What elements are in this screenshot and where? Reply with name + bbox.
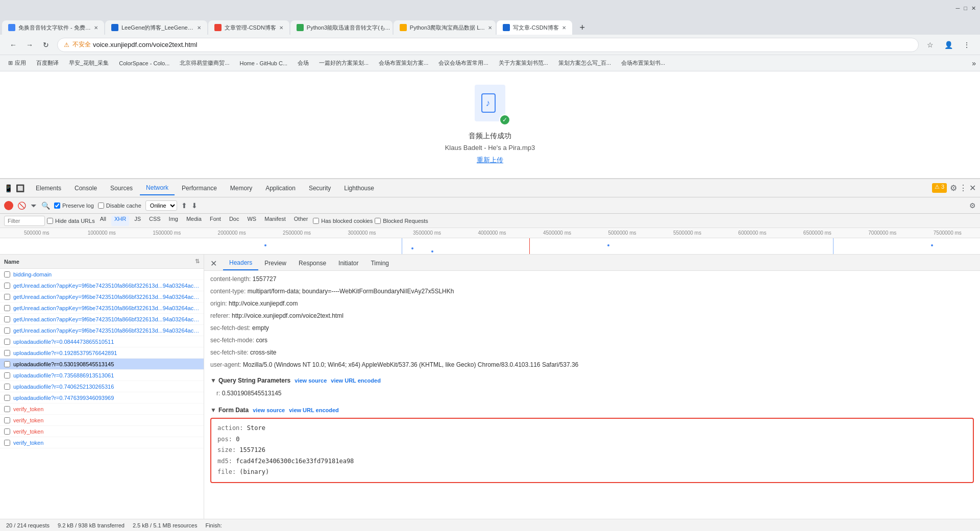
bookmark-more[interactable]: » [972,59,976,67]
hide-data-urls-label[interactable]: Hide data URLs [47,218,95,224]
bookmark-github[interactable]: Home - GitHub C... [235,57,291,69]
request-item-7[interactable]: uploadaudiofile?r=0.0844473865510511 [0,336,204,347]
req-checkbox-7[interactable] [4,339,10,345]
bookmark-beijing[interactable]: 北京得易堂徽商贸... [176,57,233,69]
disable-cache-checkbox[interactable] [98,203,104,209]
bookmark-baidu[interactable]: 百度翻译 [32,57,63,69]
detail-tab-initiator[interactable]: Initiator [332,256,364,270]
devtools-close-icon[interactable]: ✕ [969,183,976,193]
bookmark-apps[interactable]: ⊞应用 [4,57,30,69]
maximize-button[interactable]: □ [964,5,967,12]
hide-data-urls-checkbox[interactable] [47,218,53,224]
req-checkbox-5[interactable] [4,316,10,322]
query-string-header[interactable]: ▼ Query String Parameters view source vi… [210,375,974,386]
req-checkbox-9[interactable] [4,361,10,367]
tab-performance[interactable]: Performance [176,181,223,195]
req-checkbox-13[interactable] [4,406,10,412]
reload-button[interactable]: ↻ [39,38,53,52]
has-blocked-cookies-checkbox[interactable] [313,218,319,224]
req-checkbox-12[interactable] [4,395,10,401]
bookmark-plan1[interactable]: 一篇好的方案策划... [315,57,373,69]
tab-sources[interactable]: Sources [104,181,139,195]
devtools-gear-icon[interactable]: ⚙ [950,183,957,193]
tab-5[interactable]: Python3爬取淘宝商品数据 L... ✕ [394,20,496,35]
tab-memory[interactable]: Memory [224,181,258,195]
filter-xhr[interactable]: XHR [111,216,129,226]
detail-close-button[interactable]: ✕ [208,257,219,270]
request-item-15[interactable]: verify_token [0,426,204,437]
tab-close-6[interactable]: ✕ [562,25,566,31]
filter-input[interactable] [4,216,45,226]
tab-application[interactable]: Application [259,181,302,195]
bookmark-star[interactable]: ☆ [923,38,937,52]
inspect-icon[interactable]: 🔲 [16,184,24,192]
filter-other[interactable]: Other [291,216,311,226]
req-checkbox-3[interactable] [4,294,10,300]
detail-tab-timing[interactable]: Timing [364,256,395,270]
has-blocked-cookies-label[interactable]: Has blocked cookies [313,218,373,224]
filter-font[interactable]: Font [207,216,224,226]
request-item-10[interactable]: uploadaudiofile?r=0.7356886913513061 [0,370,204,381]
tab-close-1[interactable]: ✕ [94,25,98,31]
blocked-requests-label[interactable]: Blocked Requests [375,218,428,224]
tab-2[interactable]: LeeGene的博客_LeeGene_CSC... ✕ [105,20,207,35]
bookmark-plan2[interactable]: 会场布置策划方案... [375,57,432,69]
bookmark-plan4[interactable]: 关于方案策划书范... [495,57,552,69]
tab-4[interactable]: Python3能取迅速音音转文字(も... ✕ [290,20,393,35]
resize-handle[interactable]: ⇅ [195,258,200,265]
disable-cache-label[interactable]: Disable cache [98,203,141,209]
tab-lighthouse[interactable]: Lighthouse [338,181,380,195]
req-checkbox-14[interactable] [4,417,10,423]
filter-js[interactable]: JS [131,216,144,226]
form-view-source[interactable]: view source [253,407,285,413]
record-button[interactable] [4,201,13,210]
detail-tab-preview[interactable]: Preview [258,256,292,270]
request-item-3[interactable]: getUnread.action?appKey=9f6be7423510fa86… [0,291,204,302]
filter-img[interactable]: Img [166,216,181,226]
filter-all[interactable]: All [97,216,109,226]
request-item-11[interactable]: uploadaudiofile?r=0.7406252130265316 [0,381,204,392]
bookmark-zaoan[interactable]: 早安_花朝_采集 [65,57,113,69]
menu-button[interactable]: ⋮ [960,38,974,52]
tab-1[interactable]: 免换音音转文字软件 - 免费在线... ✕ [2,20,104,35]
url-bar[interactable]: ⚠ 不安全 voice.xunjiepdf.com/voice2text.htm… [57,38,919,52]
req-checkbox-11[interactable] [4,384,10,390]
settings-icon[interactable]: ⚙ [969,201,976,210]
back-button[interactable]: ← [6,38,20,52]
req-checkbox-16[interactable] [4,440,10,446]
bookmark-colorspace[interactable]: ColorSpace - Colo... [115,57,174,69]
tab-close-3[interactable]: ✕ [279,25,283,31]
preserve-log-label[interactable]: Preserve log [54,203,94,209]
filter-media[interactable]: Media [183,216,205,226]
tab-elements[interactable]: Elements [30,181,67,195]
filter-ws[interactable]: WS [244,216,259,226]
tab-3[interactable]: 文章管理-CSDN博客 ✕ [208,20,289,35]
query-view-url-encoded[interactable]: view URL encoded [331,377,381,384]
request-item-5[interactable]: getUnread.action?appKey=9f6be7423510fa86… [0,314,204,325]
request-item-8[interactable]: uploadaudiofile?r=0.19285379576642891 [0,347,204,359]
throttle-select[interactable]: Online [145,200,177,211]
request-item-6[interactable]: getUnread.action?appKey=9f6be7423510fa86… [0,325,204,336]
reupload-link[interactable]: 重新上传 [477,156,503,165]
search-icon[interactable]: 🔍 [41,201,50,210]
tab-security[interactable]: Security [303,181,337,195]
profile-button[interactable]: 👤 [941,38,955,52]
tab-close-5[interactable]: ✕ [488,25,492,31]
tab-console[interactable]: Console [68,181,103,195]
req-checkbox-10[interactable] [4,372,10,378]
request-item-16[interactable]: verify_token [0,437,204,448]
tab-network[interactable]: Network [140,181,175,195]
tab-close-2[interactable]: ✕ [197,25,201,31]
bookmark-plan6[interactable]: 会场布置策划书... [617,57,669,69]
filter-css[interactable]: CSS [146,216,164,226]
forward-button[interactable]: → [22,38,37,52]
device-toggle-icon[interactable]: 📱 [4,184,13,192]
preserve-log-checkbox[interactable] [54,203,60,209]
bookmark-huichang[interactable]: 会场 [293,57,313,69]
request-item-14[interactable]: verify_token [0,415,204,426]
req-checkbox-6[interactable] [4,327,10,334]
upload-icon[interactable]: ⬆ [181,201,187,210]
bookmark-plan3[interactable]: 会议会场布置常用... [434,57,492,69]
request-item-9[interactable]: uploadaudiofile?r=0.5301908545513145 [0,359,204,370]
req-checkbox-4[interactable] [4,305,10,311]
